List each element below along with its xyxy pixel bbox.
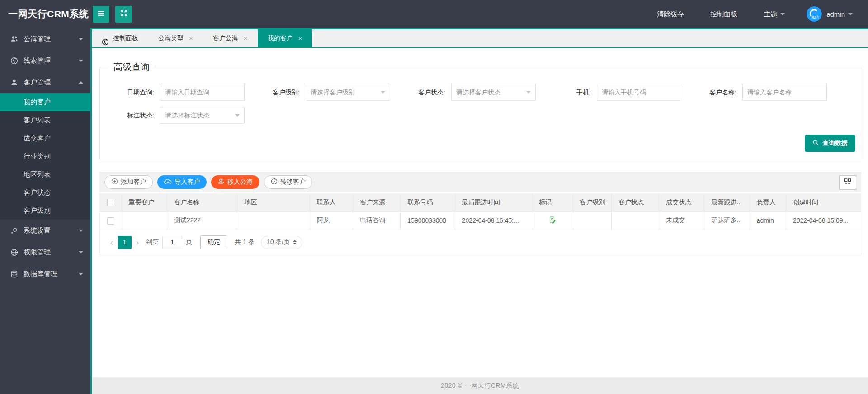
goto-suffix: 页 bbox=[186, 238, 192, 246]
customer-level-select[interactable]: 请选择客户级别 bbox=[306, 84, 390, 101]
chevron-down-icon bbox=[235, 114, 240, 119]
page-size-select[interactable]: 10 条/页 bbox=[261, 236, 302, 249]
goto-prefix: 到第 bbox=[146, 238, 159, 246]
tab-control-panel[interactable]: 控制面板 bbox=[92, 29, 148, 47]
close-icon[interactable]: × bbox=[244, 35, 248, 42]
sidebar-item-customer-list[interactable]: 客户列表 bbox=[0, 111, 90, 129]
green-note-icon[interactable] bbox=[548, 218, 557, 225]
sidebar-item-lead-management[interactable]: 线索管理 bbox=[0, 50, 90, 71]
cell-last-follow: 2022-04-08 16:45:... bbox=[455, 211, 532, 230]
select-all-checkbox[interactable] bbox=[107, 199, 114, 206]
sidebar: 公海管理 线索管理 客户管理 我的客户 客户列表 成交客户 行业类别 地区列表 … bbox=[0, 28, 90, 394]
cell-mark bbox=[532, 211, 573, 230]
customer-table: 重要客户 客户名称 地区 联系人 客户来源 联系号码 最后跟进时间 标记 客户级… bbox=[100, 193, 861, 230]
transfer-customer-label: 转移客户 bbox=[280, 178, 306, 186]
cell-important bbox=[122, 211, 167, 230]
add-customer-button[interactable]: 添加客户 bbox=[104, 175, 153, 189]
date-query-input[interactable] bbox=[160, 84, 245, 101]
circle-plus-icon bbox=[111, 178, 118, 186]
sidebar-item-my-customers[interactable]: 我的客户 bbox=[0, 93, 90, 111]
tab-customer-sea[interactable]: 客户公海 × bbox=[203, 29, 258, 47]
sidebar-item-label: 线索管理 bbox=[24, 56, 51, 65]
date-query-group: 日期查询: bbox=[100, 84, 245, 101]
sidebar-item-region-list[interactable]: 地区列表 bbox=[0, 165, 90, 183]
transfer-customer-button[interactable]: 转移客户 bbox=[264, 175, 312, 189]
settings-icon bbox=[10, 227, 18, 235]
customer-name-group: 客户名称: bbox=[682, 84, 828, 101]
move-to-sea-button[interactable]: 移入公海 bbox=[211, 175, 259, 189]
page-number-active[interactable]: 1 bbox=[118, 236, 132, 249]
users-icon bbox=[10, 35, 18, 43]
next-page-button[interactable]: › bbox=[132, 238, 143, 247]
globe-icon bbox=[102, 35, 109, 42]
table-toolbar: 添加客户 导入客户 移入公海 bbox=[100, 172, 861, 192]
tab-label: 控制面板 bbox=[113, 29, 138, 47]
clock-icon bbox=[271, 178, 278, 186]
cell-source: 电话咨询 bbox=[353, 211, 401, 230]
sidebar-item-label: 权限管理 bbox=[24, 248, 51, 257]
pagination: ‹ 1 › 到第 页 确定 共 1 条 10 条/页 bbox=[100, 230, 861, 255]
search-data-button[interactable]: 查询数据 bbox=[805, 135, 855, 152]
user-icon bbox=[10, 79, 18, 86]
search-data-label: 查询数据 bbox=[822, 139, 848, 147]
prev-page-button[interactable]: ‹ bbox=[107, 238, 117, 247]
customer-status-select[interactable]: 请选择客户状态 bbox=[451, 84, 536, 101]
sidebar-item-label: 公海管理 bbox=[24, 35, 51, 43]
avatar[interactable]: 一网天行 bbox=[807, 6, 822, 22]
theme-menu[interactable]: 主题 bbox=[764, 10, 785, 19]
chevron-down-icon bbox=[780, 13, 785, 18]
footer-text: 2020 © 一网天行CRM系统 bbox=[441, 382, 519, 390]
app-header: 一网天行CRM系统 清除缓存 控制面板 主题 一网天行 admin bbox=[0, 0, 868, 28]
database-icon bbox=[10, 270, 18, 278]
sidebar-item-sea-management[interactable]: 公海管理 bbox=[0, 28, 90, 50]
advanced-query-title: 高级查询 bbox=[109, 61, 154, 73]
cell-status bbox=[611, 211, 659, 230]
customer-name-input[interactable] bbox=[742, 84, 827, 101]
sidebar-item-database-management[interactable]: 数据库管理 bbox=[0, 263, 90, 285]
page-size-label: 10 条/页 bbox=[267, 238, 290, 246]
network-icon bbox=[10, 249, 18, 256]
sidebar-item-permission-management[interactable]: 权限管理 bbox=[0, 241, 90, 263]
phone-label: 手机: bbox=[537, 84, 597, 101]
col-created: 创建时间 bbox=[786, 193, 861, 211]
col-status: 客户状态 bbox=[611, 193, 659, 211]
column-settings-button[interactable] bbox=[839, 175, 856, 190]
col-mark: 标记 bbox=[532, 193, 573, 211]
import-customer-button[interactable]: 导入客户 bbox=[157, 175, 207, 189]
tab-sea-type[interactable]: 公海类型 × bbox=[148, 29, 203, 47]
sidebar-item-label: 客户管理 bbox=[24, 78, 51, 87]
clear-cache-link[interactable]: 清除缓存 bbox=[657, 10, 684, 19]
mark-status-select[interactable]: 请选择标注状态 bbox=[160, 107, 245, 124]
user-menu[interactable]: admin bbox=[826, 10, 853, 18]
customer-level-group: 客户级别: 请选择客户级别 bbox=[245, 84, 391, 101]
tab-my-customers[interactable]: 我的客户 × bbox=[258, 29, 312, 47]
row-checkbox[interactable] bbox=[107, 217, 114, 225]
mark-status-group: 标注状态: 请选择标注状态 bbox=[100, 107, 245, 124]
tab-label: 我的客户 bbox=[268, 29, 293, 47]
tab-bar: 控制面板 公海类型 × 客户公海 × 我的客户 × bbox=[92, 28, 868, 48]
control-panel-link[interactable]: 控制面板 bbox=[710, 10, 737, 19]
up-down-icon bbox=[293, 238, 297, 246]
close-icon[interactable]: × bbox=[298, 35, 302, 42]
sidebar-item-deal-customers[interactable]: 成交客户 bbox=[0, 129, 90, 147]
cell-created: 2022-04-08 15:09... bbox=[786, 211, 861, 230]
collapse-menu-button[interactable] bbox=[93, 6, 109, 23]
page-footer: 2020 © 一网天行CRM系统 bbox=[92, 377, 868, 394]
close-icon[interactable]: × bbox=[189, 35, 193, 42]
sidebar-item-system-settings[interactable]: 系统设置 bbox=[0, 220, 90, 241]
fullscreen-button[interactable] bbox=[115, 6, 132, 23]
col-region: 地区 bbox=[237, 193, 310, 211]
phone-input[interactable] bbox=[597, 84, 681, 101]
col-owner: 负责人 bbox=[750, 193, 786, 211]
query-submit-row: 查询数据 bbox=[100, 135, 861, 152]
goto-page-input[interactable] bbox=[162, 236, 182, 249]
sidebar-item-industry-category[interactable]: 行业类别 bbox=[0, 147, 90, 165]
sidebar-item-customer-management[interactable]: 客户管理 bbox=[0, 71, 90, 93]
confirm-page-button[interactable]: 确定 bbox=[200, 235, 227, 249]
col-last-follow: 最后跟进时间 bbox=[455, 193, 532, 211]
select-placeholder: 请选择标注状态 bbox=[165, 112, 209, 119]
sidebar-item-customer-status[interactable]: 客户状态 bbox=[0, 183, 90, 202]
chevron-down-icon bbox=[381, 91, 385, 96]
sidebar-item-customer-level[interactable]: 客户级别 bbox=[0, 202, 90, 220]
chevron-down-icon bbox=[79, 60, 83, 64]
